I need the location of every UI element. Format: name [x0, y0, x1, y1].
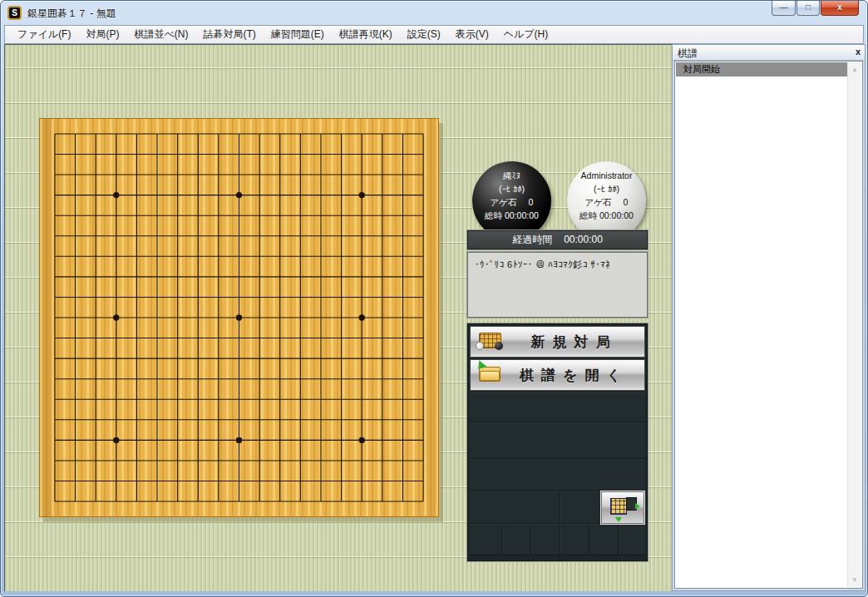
main-area: 縄ﾐﾇ (ｰﾋ ｶﾎ) アゲ石0 総時 00:00:00 Administrat…	[4, 44, 672, 591]
kifu-move-list[interactable]: 対局開始 ▲ ▼	[674, 61, 863, 589]
message-box: ･ｳ･ﾟﾘｺ 6ﾄｿｰ･ ＠ ﾊﾖｺﾏｸ釤ｺ ｻ･ﾏﾈ	[467, 252, 648, 318]
maximize-button[interactable]: □	[796, 1, 820, 16]
elapsed-label: 経過時間	[512, 234, 552, 245]
kifu-item-game-start[interactable]: 対局開始	[676, 62, 847, 76]
menu-play[interactable]: 対局(P)	[78, 25, 126, 44]
control-panel: 新規対局 棋譜を開く	[467, 323, 648, 561]
board-grid	[40, 119, 438, 516]
black-captures: アゲ石0	[472, 195, 551, 209]
black-player-name: 縄ﾐﾇ	[472, 169, 551, 182]
kifu-panel: 棋譜 x 対局開始 ▲ ▼	[672, 44, 866, 591]
close-button[interactable]: x	[821, 1, 859, 16]
board-window-button[interactable]	[601, 491, 644, 524]
open-folder-icon	[479, 367, 501, 382]
open-kifu-button[interactable]: 棋譜を開く	[470, 359, 645, 391]
title-bar[interactable]: S 銀星囲碁１７ - 無題 — □ x	[1, 1, 867, 25]
white-player-rank: (ｰﾋ ｶﾎ)	[567, 182, 646, 195]
elapsed-time-bar: 経過時間00:00:00	[467, 230, 648, 249]
window-title: 銀星囲碁１７ - 無題	[27, 7, 116, 21]
kifu-scrollbar[interactable]: ▲ ▼	[847, 62, 861, 587]
panel-slot	[470, 524, 645, 555]
scroll-up-icon[interactable]: ▲	[848, 62, 861, 76]
elapsed-value: 00:00:00	[564, 234, 603, 245]
panel-slot	[470, 422, 645, 459]
kifu-panel-title: 棋譜	[678, 47, 698, 61]
panel-slot	[470, 392, 645, 422]
white-captures: アゲ石0	[567, 195, 646, 209]
app-window: S 銀星囲碁１７ - 無題 — □ x ファイル(F) 対局(P) 棋譜並べ(N…	[0, 0, 868, 597]
black-total-time: 総時 00:00:00	[472, 209, 551, 222]
menu-bar: ファイル(F) 対局(P) 棋譜並べ(N) 詰碁対局(T) 練習問題(E) 棋譜…	[4, 25, 864, 44]
white-player-info: Administrator (ｰﾋ ｶﾎ) アゲ石0 総時 00:00:00	[567, 161, 646, 240]
menu-practice[interactable]: 練習問題(E)	[264, 25, 332, 44]
kifu-close-icon[interactable]: x	[856, 47, 861, 57]
green-arrow-right-icon	[635, 503, 640, 510]
menu-kifu-playback[interactable]: 棋譜再現(K)	[332, 25, 400, 44]
menu-settings[interactable]: 設定(S)	[400, 25, 448, 44]
panel-slot	[470, 459, 645, 491]
kifu-panel-header: 棋譜 x	[673, 45, 865, 61]
green-arrow-down-icon	[615, 517, 622, 522]
menu-help[interactable]: ヘルプ(H)	[496, 25, 556, 44]
menu-view[interactable]: 表示(V)	[448, 25, 496, 44]
mini-goban-icon	[610, 498, 627, 515]
goban-stones-icon	[479, 333, 501, 348]
app-icon: S	[7, 6, 22, 20]
white-player-name: Administrator	[567, 169, 646, 182]
message-text: ･ｳ･ﾟﾘｺ 6ﾄｿｰ･ ＠ ﾊﾖｺﾏｸ釤ｺ ｻ･ﾏﾈ	[475, 259, 610, 269]
minimize-button[interactable]: —	[772, 1, 796, 16]
menu-kifu-replay[interactable]: 棋譜並べ(N)	[126, 25, 195, 44]
go-board[interactable]	[39, 118, 439, 517]
white-total-time: 総時 00:00:00	[567, 209, 646, 222]
black-player-rank: (ｰﾋ ｶﾎ)	[472, 182, 551, 195]
scroll-down-icon[interactable]: ▼	[848, 573, 861, 587]
black-player-info: 縄ﾐﾇ (ｰﾋ ｶﾎ) アゲ石0 総時 00:00:00	[472, 161, 551, 240]
menu-file[interactable]: ファイル(F)	[10, 25, 78, 44]
menu-tsumego[interactable]: 詰碁対局(T)	[195, 25, 263, 44]
new-game-button[interactable]: 新規対局	[470, 326, 645, 358]
